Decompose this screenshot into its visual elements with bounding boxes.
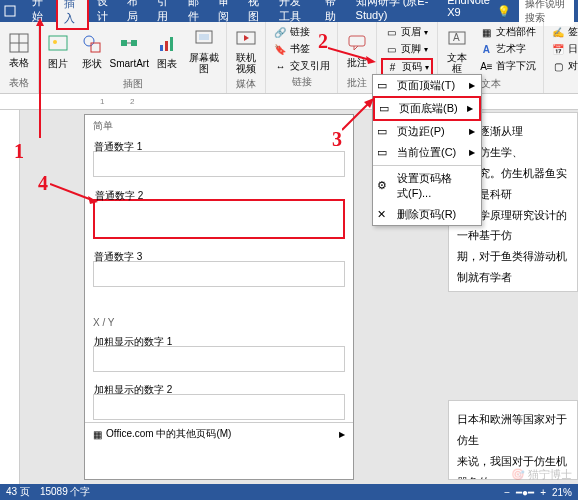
- save-icon[interactable]: [4, 4, 16, 18]
- signature-icon: ✍: [551, 25, 565, 39]
- annotation-1: 1: [14, 140, 24, 163]
- online-video-button[interactable]: 联机视频: [231, 24, 261, 76]
- header-icon: ▭: [384, 25, 398, 39]
- annotation-3: 3: [332, 128, 342, 151]
- zoom-in-icon[interactable]: +: [540, 487, 546, 498]
- svg-rect-4: [49, 36, 67, 50]
- svg-marker-17: [244, 35, 249, 41]
- gallery-section-xy: X / Y: [85, 313, 353, 332]
- chevron-right-icon: ▶: [339, 430, 345, 439]
- page-bottom-icon: ▭: [379, 102, 393, 116]
- dropcap-button[interactable]: A≡首字下沉: [476, 58, 539, 74]
- titlebar: 开始插入设计布局引用邮件审阅视图开发工具帮助知网研学 (原E-Study)End…: [0, 0, 578, 22]
- menu-current-pos[interactable]: ▭当前位置(C)▶: [373, 142, 481, 163]
- screenshot-button[interactable]: 屏幕截图: [186, 24, 223, 76]
- pagenum-dropdown: ▭页面顶端(T)▶ ▭页面底端(B)▶ ▭页边距(P)▶ ▭当前位置(C)▶ ⚙…: [372, 74, 482, 226]
- chevron-right-icon: ▶: [469, 127, 475, 136]
- gallery-item[interactable]: 普通数字 1: [93, 151, 345, 177]
- dropcap-icon: A≡: [479, 59, 493, 73]
- signature-button[interactable]: ✍签名行: [548, 24, 578, 40]
- page-top-icon: ▭: [377, 79, 391, 93]
- svg-rect-9: [131, 40, 137, 46]
- page-margin-icon: ▭: [377, 125, 391, 139]
- menu-page-margin[interactable]: ▭页边距(P)▶: [373, 121, 481, 142]
- svg-rect-0: [5, 6, 15, 16]
- svg-point-6: [84, 36, 94, 46]
- footer-button[interactable]: ▭页脚▾: [381, 41, 433, 57]
- chart-icon: [155, 32, 179, 56]
- link-icon: 🔗: [273, 25, 287, 39]
- status-words[interactable]: 15089 个字: [40, 485, 91, 499]
- svg-marker-24: [366, 56, 376, 64]
- pagenum-gallery: 简单 普通数字 1 普通数字 2 普通数字 3 X / Y 加粗显示的数字 1 …: [84, 114, 354, 480]
- svg-marker-22: [36, 18, 44, 26]
- menu-page-top[interactable]: ▭页面顶端(T)▶: [373, 75, 481, 96]
- quickparts-button[interactable]: ▦文档部件: [476, 24, 539, 40]
- statusbar: 43 页 15089 个字 − ━●━ + 21%: [0, 484, 578, 500]
- group-illustrations: 图片 形状 SmartArt 图表 屏幕截图 插图: [39, 22, 227, 93]
- menu-remove-pagenum[interactable]: ✕删除页码(R): [373, 204, 481, 225]
- svg-rect-15: [199, 34, 209, 40]
- horizontal-ruler[interactable]: 1 2: [0, 94, 578, 110]
- remove-icon: ✕: [377, 208, 391, 222]
- chevron-right-icon: ▶: [469, 148, 475, 157]
- chevron-right-icon: ▶: [467, 104, 473, 113]
- smartart-button[interactable]: SmartArt: [111, 24, 148, 76]
- chevron-right-icon: ▶: [469, 81, 475, 90]
- textbox-button[interactable]: A文本框: [442, 24, 472, 76]
- menu-format-pagenum[interactable]: ⚙设置页码格式(F)...: [373, 168, 481, 204]
- gallery-item-selected[interactable]: 普通数字 2: [93, 199, 345, 239]
- watermark: 🎯猫宁博士: [511, 467, 572, 482]
- svg-point-5: [53, 40, 57, 44]
- vertical-ruler[interactable]: [0, 110, 20, 484]
- wordart-icon: A: [479, 42, 493, 56]
- current-pos-icon: ▭: [377, 146, 391, 160]
- video-icon: [234, 26, 258, 50]
- shapes-icon: [80, 32, 104, 56]
- crossref-button[interactable]: ↔交叉引用: [270, 58, 333, 74]
- annotation-2: 2: [318, 30, 328, 53]
- svg-rect-8: [121, 40, 127, 46]
- weibo-icon: 🎯: [511, 468, 525, 481]
- svg-rect-12: [165, 41, 168, 51]
- status-page[interactable]: 43 页: [6, 485, 30, 499]
- svg-marker-28: [88, 196, 98, 204]
- menu-page-bottom[interactable]: ▭页面底端(B)▶: [373, 96, 481, 121]
- svg-rect-13: [170, 37, 173, 51]
- smartart-icon: [117, 32, 141, 56]
- svg-line-27: [50, 184, 92, 200]
- zoom-out-icon[interactable]: −: [504, 487, 510, 498]
- gallery-item[interactable]: 普通数字 3: [93, 261, 345, 287]
- annotation-arrow-2: [328, 42, 378, 64]
- zoom-slider[interactable]: ━●━: [516, 487, 534, 498]
- gallery-more-office[interactable]: ▦Office.com 中的其他页码(M)▶: [85, 422, 353, 445]
- header-button[interactable]: ▭页眉▾: [381, 24, 433, 40]
- svg-line-25: [342, 102, 370, 130]
- format-icon: ⚙: [377, 179, 391, 193]
- shapes-button[interactable]: 形状: [77, 24, 107, 76]
- object-button[interactable]: ▢对象: [548, 58, 578, 74]
- gallery-section-simple: 简单: [85, 115, 353, 137]
- textbox-icon: A: [445, 26, 469, 50]
- gallery-item[interactable]: 加粗显示的数字 1: [93, 346, 345, 372]
- annotation-arrow-1: [20, 18, 50, 138]
- ribbon: 表格 表格 图片 形状 SmartArt 图表 屏幕截图 插图 联机视频 媒体 …: [0, 22, 578, 94]
- lightbulb-icon: 💡: [497, 5, 511, 18]
- chart-button[interactable]: 图表: [152, 24, 182, 76]
- bookmark-icon: 🔖: [273, 42, 287, 56]
- zoom-level[interactable]: 21%: [552, 487, 572, 498]
- gallery-item[interactable]: 加粗显示的数字 2: [93, 394, 345, 420]
- datetime-button[interactable]: 📅日期和时间: [548, 41, 578, 57]
- wordart-button[interactable]: A艺术字: [476, 41, 539, 57]
- annotation-arrow-3: [342, 96, 378, 132]
- date-icon: 📅: [551, 42, 565, 56]
- group-media: 联机视频 媒体: [227, 22, 266, 93]
- office-icon: ▦: [93, 429, 102, 440]
- svg-text:A: A: [453, 32, 460, 43]
- group-text2: ✍签名行 📅日期和时间 ▢对象: [544, 22, 578, 93]
- annotation-arrow-4: [50, 182, 100, 206]
- parts-icon: ▦: [479, 25, 493, 39]
- svg-line-23: [328, 48, 370, 60]
- footer-icon: ▭: [384, 42, 398, 56]
- annotation-4: 4: [38, 172, 48, 195]
